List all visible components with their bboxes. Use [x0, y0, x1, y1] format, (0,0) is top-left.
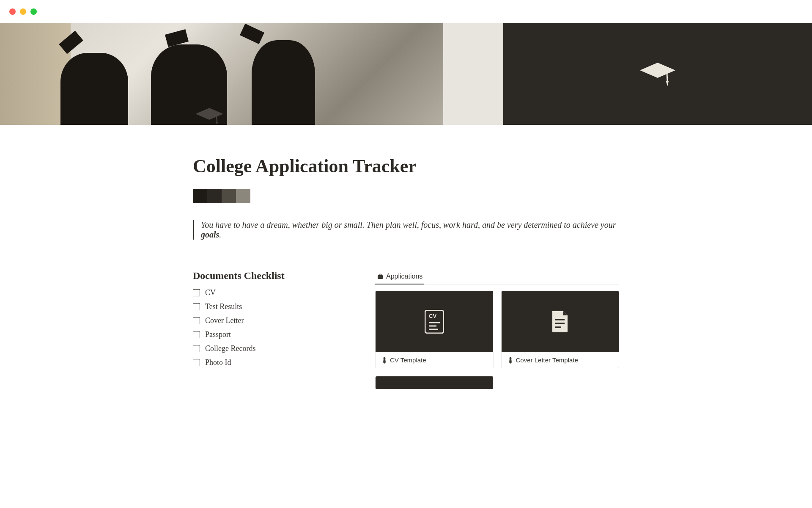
- briefcase-icon: [377, 273, 384, 280]
- tab-label: Applications: [386, 273, 422, 280]
- swatch-3: [222, 189, 236, 203]
- gallery-card-cv[interactable]: CV CV Template: [375, 290, 493, 368]
- checklist-label: Cover Letter: [205, 316, 244, 325]
- swatch-2: [207, 189, 222, 203]
- gallery-tabs: Applications: [375, 270, 619, 284]
- svg-text:CV: CV: [429, 313, 436, 319]
- card-cover: [376, 376, 493, 389]
- tie-icon: [381, 357, 387, 364]
- checklist-heading: Documents Checklist: [193, 270, 355, 282]
- card-cover: CV: [376, 291, 493, 352]
- quote-block[interactable]: You have to have a dream, whether big or…: [193, 220, 619, 240]
- checklist-label: CV: [205, 288, 216, 297]
- svg-rect-1: [379, 274, 381, 276]
- card-title: Cover Letter Template: [516, 356, 578, 364]
- graduation-cap-icon: [636, 59, 679, 89]
- color-palette: [193, 189, 619, 203]
- svg-rect-0: [378, 275, 383, 279]
- cover-banner[interactable]: [0, 23, 812, 125]
- svg-point-7: [384, 357, 386, 359]
- card-title: CV Template: [390, 356, 426, 364]
- checklist-label: College Records: [205, 344, 255, 353]
- cv-document-icon: CV: [425, 310, 444, 334]
- window-maximize-button[interactable]: [30, 8, 37, 15]
- svg-point-11: [509, 357, 511, 359]
- checklist-item[interactable]: Photo Id: [193, 356, 355, 370]
- checkbox[interactable]: [193, 303, 200, 310]
- checklist-item[interactable]: Cover Letter: [193, 314, 355, 328]
- document-icon: [551, 310, 569, 333]
- checklist-item[interactable]: College Records: [193, 342, 355, 356]
- checklist-label: Passport: [205, 330, 231, 339]
- checklist-item[interactable]: Passport: [193, 328, 355, 342]
- checklist-label: Photo Id: [205, 358, 231, 367]
- swatch-1: [193, 189, 207, 203]
- checklist-item[interactable]: Test Results: [193, 300, 355, 314]
- page-icon[interactable]: [193, 105, 226, 129]
- cover-photo: [0, 23, 503, 125]
- checkbox[interactable]: [193, 317, 200, 324]
- checkbox[interactable]: [193, 345, 200, 352]
- tab-applications[interactable]: Applications: [375, 270, 424, 284]
- window-title-bar: [0, 0, 812, 23]
- checklist-item[interactable]: CV: [193, 286, 355, 300]
- gallery-card-cover-letter[interactable]: Cover Letter Template: [501, 290, 619, 368]
- card-cover: [502, 291, 619, 352]
- checkbox[interactable]: [193, 359, 200, 366]
- window-minimize-button[interactable]: [20, 8, 26, 15]
- quote-suffix: .: [219, 230, 221, 239]
- checkbox[interactable]: [193, 289, 200, 296]
- swatch-4: [236, 189, 250, 203]
- window-close-button[interactable]: [9, 8, 16, 15]
- cover-logo-panel: [503, 23, 812, 125]
- quote-bold: goals: [201, 230, 219, 239]
- checkbox[interactable]: [193, 331, 200, 338]
- quote-text-prefix: You have to have a dream, whether big or…: [201, 220, 616, 229]
- gallery-card-partial[interactable]: [375, 376, 493, 389]
- checklist-label: Test Results: [205, 302, 242, 311]
- tie-icon: [508, 357, 513, 364]
- page-title[interactable]: College Application Tracker: [193, 125, 619, 177]
